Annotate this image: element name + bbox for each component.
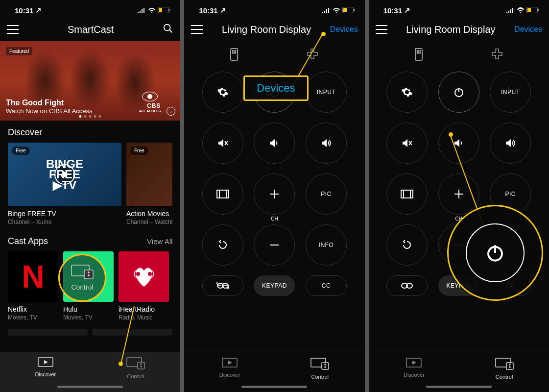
app-thumb (63, 251, 114, 302)
mute-button[interactable] (202, 122, 243, 164)
input-button[interactable]: INPUT (306, 72, 347, 113)
devices-link[interactable]: Devices (330, 25, 358, 34)
featured-title: The Good Fight (6, 98, 93, 107)
carousel-dots (79, 115, 101, 118)
app-name: Hulu (63, 305, 114, 313)
nav-discover[interactable]: Discover (35, 357, 56, 377)
remote-icon[interactable] (230, 48, 238, 63)
status-bar: 10:31 ↗ (369, 0, 549, 18)
svg-rect-1 (159, 8, 162, 12)
remote-icon[interactable] (415, 48, 423, 63)
screen-1-smartcast-discover: 10:31 ↗ SmartCast Featured The Good Figh… (0, 0, 180, 392)
screen-2-remote-devices: 10:31 ↗ Living Room Display Devices INPU… (184, 0, 364, 392)
nav-discover[interactable]: Discover (404, 357, 425, 378)
pic-button[interactable]: PIC (490, 173, 531, 215)
link-button[interactable] (202, 275, 243, 296)
info-button[interactable]: INFO (490, 224, 531, 266)
back-button[interactable] (202, 224, 243, 266)
app-header: SmartCast (0, 18, 180, 41)
devices-link[interactable]: Devices (514, 25, 542, 34)
remote-mode-tabs (369, 41, 549, 72)
app-card-netflix[interactable]: N Netflix Movies, TV (8, 251, 58, 321)
home-indicator[interactable] (57, 386, 123, 388)
nav-label: Discover (35, 371, 56, 377)
bottom-nav: Discover Control (184, 352, 364, 392)
app-header: Living Room Display Devices (369, 18, 549, 41)
svg-point-51 (420, 52, 421, 53)
back-button[interactable] (386, 224, 428, 266)
discover-card[interactable]: Free BINGEFREE▶TV Binge FREE TV Channel … (8, 143, 121, 225)
volume-up-button[interactable] (306, 122, 347, 164)
control-icon (310, 357, 330, 372)
device-title: Living Room Display (406, 24, 495, 35)
signal-icon (322, 6, 331, 15)
cast-apps-section: Cast Apps View All N Netflix Movies, TV … (0, 229, 180, 325)
location-arrow-icon: ↗ (220, 6, 226, 15)
input-button[interactable]: INPUT (490, 72, 531, 113)
keypad-button[interactable]: KEYPAD (438, 275, 479, 296)
search-button[interactable] (163, 23, 173, 36)
menu-button[interactable] (7, 25, 19, 34)
app-sub: Movies, TV (8, 314, 58, 321)
keypad-button[interactable]: KEYPAD (254, 275, 295, 296)
nav-control[interactable]: Control (495, 357, 514, 380)
svg-rect-30 (217, 190, 229, 198)
placeholder-card (8, 329, 88, 336)
nav-discover[interactable]: Discover (219, 357, 240, 378)
volume-up-button[interactable] (490, 122, 531, 164)
dpad-icon[interactable] (491, 48, 503, 63)
menu-button[interactable] (191, 25, 203, 34)
view-all-link[interactable]: View All (147, 237, 172, 245)
thumb-artwork: BINGEFREE▶TV (46, 159, 83, 191)
svg-point-49 (417, 52, 418, 53)
dpad-icon[interactable] (307, 48, 318, 63)
channel-up-button[interactable]: CH (254, 173, 295, 215)
home-indicator[interactable] (241, 386, 307, 388)
pic-button[interactable]: PIC (306, 173, 347, 215)
svg-point-47 (418, 50, 419, 51)
channel-up-button[interactable]: CH (438, 173, 479, 215)
app-card-iheart[interactable]: iHeartRadio Radio, Music (119, 251, 169, 321)
app-thumb: N (8, 251, 58, 302)
battery-icon (526, 6, 539, 15)
app-thumb (119, 251, 169, 302)
info-button[interactable]: INFO (306, 224, 347, 266)
settings-button[interactable] (386, 72, 428, 113)
power-button[interactable] (254, 72, 295, 113)
cc-button[interactable]: CC (306, 275, 347, 296)
settings-button[interactable] (202, 72, 243, 113)
nav-control[interactable]: Control (310, 357, 330, 380)
featured-subtitle: Watch Now on CBS All Access (6, 107, 93, 115)
signal-icon (506, 6, 515, 15)
app-title: SmartCast (68, 24, 114, 35)
app-card-hulu[interactable]: Hulu Movies, TV (63, 251, 114, 321)
discover-card[interactable]: Free Action Movies Channel – WatchFree (126, 143, 172, 225)
link-button[interactable] (386, 275, 428, 296)
svg-rect-39 (322, 363, 329, 369)
bottom-nav: Discover Control (0, 352, 180, 392)
nav-control[interactable]: Control (126, 357, 145, 379)
power-button[interactable] (438, 72, 479, 113)
volume-down-button[interactable] (438, 122, 479, 164)
channel-down-button[interactable] (254, 224, 295, 266)
svg-rect-17 (343, 8, 347, 12)
svg-point-41 (325, 367, 326, 368)
channel-down-button[interactable] (438, 224, 479, 266)
menu-button[interactable] (376, 25, 387, 34)
featured-banner[interactable]: Featured The Good Fight Watch Now on CBS… (0, 41, 180, 121)
remote-mode-tabs (184, 41, 364, 72)
svg-point-67 (509, 367, 510, 368)
free-badge: Free (130, 147, 148, 155)
aspect-button[interactable] (202, 173, 243, 215)
cc-button[interactable]: CC (490, 275, 531, 296)
aspect-button[interactable] (386, 173, 428, 215)
svg-point-25 (236, 52, 237, 53)
svg-rect-18 (354, 9, 355, 11)
svg-point-3 (164, 24, 170, 31)
status-bar: 10:31 ↗ (184, 0, 364, 18)
home-indicator[interactable] (426, 386, 492, 388)
volume-down-button[interactable] (254, 122, 295, 164)
signal-icon (137, 6, 146, 15)
section-title-discover: Discover (8, 127, 42, 138)
mute-button[interactable] (386, 122, 428, 164)
